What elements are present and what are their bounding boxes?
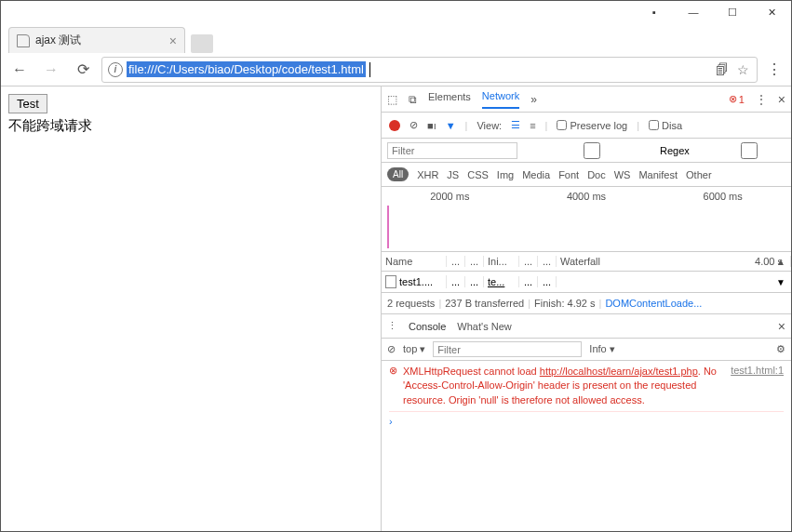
- browser-tab[interactable]: ajax 测试 ×: [8, 27, 185, 53]
- filter-css[interactable]: CSS: [467, 169, 489, 180]
- tab-title: ajax 测试: [35, 33, 164, 48]
- error-icon: ⊗: [389, 365, 397, 407]
- new-tab-button[interactable]: [191, 34, 213, 53]
- timeline-marker: [387, 206, 389, 248]
- request-name: test1....: [382, 275, 447, 288]
- more-tabs-icon[interactable]: »: [530, 93, 537, 106]
- tab-network[interactable]: Network: [482, 90, 519, 109]
- network-filter-input[interactable]: [387, 142, 517, 159]
- console-error-message[interactable]: ⊗ XMLHttpRequest cannot load http://loca…: [389, 365, 784, 412]
- network-timeline[interactable]: 2000 ms 4000 ms 6000 ms: [382, 187, 791, 252]
- devtools-menu-icon[interactable]: ⋮: [756, 93, 767, 106]
- status-requests: 2 requests: [387, 298, 435, 309]
- preserve-log-checkbox[interactable]: Preserve log: [557, 120, 627, 131]
- request-initiator: te...: [484, 276, 519, 287]
- tab-strip: ajax 测试 ×: [1, 23, 791, 53]
- network-toolbar: ⊘ ■ı ▼ | View: ☰ ≡ | Preserve log | Disa: [382, 113, 791, 139]
- drawer-menu-icon[interactable]: ⋮: [387, 320, 397, 332]
- page-text: 不能跨域请求: [8, 117, 373, 135]
- drawer-tab-whatsnew[interactable]: What's New: [457, 321, 511, 332]
- tab-close-icon[interactable]: ×: [169, 33, 177, 48]
- tick-3: 6000 ms: [704, 191, 743, 202]
- record-button[interactable]: [389, 120, 400, 131]
- url-text: file:///C:/Users/biao/Desktop/code/test1…: [127, 61, 366, 77]
- scroll-down-icon[interactable]: ▼: [776, 277, 785, 287]
- back-button[interactable]: ←: [7, 57, 33, 83]
- col-dots[interactable]: ...: [538, 256, 557, 267]
- site-info-icon[interactable]: i: [108, 62, 123, 77]
- col-dots[interactable]: ...: [465, 256, 484, 267]
- page-icon: [17, 34, 30, 47]
- error-source-link[interactable]: test1.html:1: [731, 365, 784, 407]
- drawer-tab-console[interactable]: Console: [409, 321, 446, 332]
- filter-js[interactable]: JS: [447, 169, 459, 180]
- filter-media[interactable]: Media: [522, 169, 550, 180]
- devtools-tabs: ⬚ ⧉ Elements Network » 1 ⋮ ×: [382, 86, 791, 113]
- network-table-header: Name ... ... Ini... ... ... Waterfall 4.…: [382, 251, 791, 272]
- filter-all[interactable]: All: [387, 167, 409, 181]
- error-text: XMLHttpRequest cannot load http://localh…: [403, 365, 725, 407]
- scroll-up-icon[interactable]: ▲: [776, 257, 785, 267]
- user-icon[interactable]: ▪: [635, 1, 674, 23]
- filter-img[interactable]: Img: [497, 169, 514, 180]
- view-detail-icon[interactable]: ≡: [530, 120, 535, 131]
- filter-ws[interactable]: WS: [614, 169, 631, 180]
- filter-doc[interactable]: Doc: [587, 169, 606, 180]
- drawer-close-icon[interactable]: ×: [778, 319, 785, 334]
- reload-button[interactable]: ⟳: [70, 57, 96, 83]
- filter-font[interactable]: Font: [558, 169, 579, 180]
- tick-1: 2000 ms: [430, 191, 469, 202]
- col-dots[interactable]: ...: [447, 256, 465, 267]
- col-initiator[interactable]: Ini...: [484, 256, 519, 267]
- hide-data-urls-checkbox[interactable]: Hide data URLs: [699, 140, 791, 162]
- filter-manifest[interactable]: Manifest: [638, 169, 678, 180]
- browser-window: ▪ — ☐ ✕ ajax 测试 × ← → ⟳ i file:///C:/Use…: [0, 0, 792, 532]
- context-selector[interactable]: top ▾: [403, 343, 425, 355]
- inspect-icon[interactable]: ⬚: [387, 93, 397, 106]
- content-area: Test 不能跨域请求 ⬚ ⧉ Elements Network » 1 ⋮ ×…: [1, 86, 791, 531]
- bookmark-icon[interactable]: ☆: [734, 62, 751, 77]
- maximize-button[interactable]: ☐: [713, 1, 752, 23]
- nav-toolbar: ← → ⟳ i file:///C:/Users/biao/Desktop/co…: [1, 53, 791, 86]
- tick-2: 4000 ms: [567, 191, 606, 202]
- console-prompt[interactable]: ›: [389, 416, 784, 427]
- network-request-row[interactable]: test1.... ... ... te... ... ... ▼: [382, 272, 791, 292]
- drawer-tabs: ⋮ Console What's New ×: [382, 314, 791, 339]
- network-status-bar: 2 requests| 237 B transferred| Finish: 4…: [382, 292, 791, 314]
- col-name[interactable]: Name: [382, 256, 447, 267]
- devtools-close-icon[interactable]: ×: [778, 92, 785, 107]
- view-list-icon[interactable]: ☰: [511, 119, 520, 131]
- view-label: View:: [477, 120, 502, 131]
- test-button[interactable]: Test: [8, 94, 47, 113]
- tab-elements[interactable]: Elements: [428, 91, 471, 108]
- console-filter-input[interactable]: [433, 341, 582, 357]
- status-dcl: DOMContentLoade...: [605, 298, 702, 309]
- col-waterfall[interactable]: Waterfall 4.00 s: [557, 256, 791, 267]
- device-toggle-icon[interactable]: ⧉: [409, 93, 417, 106]
- filter-xhr[interactable]: XHR: [417, 169, 438, 180]
- log-level-selector[interactable]: Info ▾: [589, 343, 614, 355]
- network-filter-row: Regex Hide data URLs: [382, 139, 791, 163]
- status-transferred: 237 B transferred: [445, 298, 524, 309]
- translate-icon[interactable]: 🗐: [714, 62, 731, 77]
- clear-icon[interactable]: ⊘: [409, 119, 418, 131]
- col-dots[interactable]: ...: [519, 256, 538, 267]
- forward-button: →: [38, 57, 64, 83]
- page-body: Test 不能跨域请求: [1, 86, 381, 531]
- filter-icon[interactable]: ▼: [446, 120, 456, 131]
- capture-icon[interactable]: ■ı: [427, 120, 436, 131]
- window-close-button[interactable]: ✕: [752, 1, 791, 23]
- filter-other[interactable]: Other: [686, 169, 712, 180]
- console-toolbar: ⊘ top ▾ Info ▾ ⚙: [382, 339, 791, 361]
- minimize-button[interactable]: —: [674, 1, 713, 23]
- address-bar[interactable]: i file:///C:/Users/biao/Desktop/code/tes…: [101, 57, 758, 83]
- console-settings-icon[interactable]: ⚙: [776, 343, 785, 355]
- text-cursor: [369, 62, 370, 77]
- regex-checkbox[interactable]: Regex: [527, 142, 690, 159]
- window-titlebar: ▪ — ☐ ✕: [1, 1, 791, 23]
- console-body: ⊗ XMLHttpRequest cannot load http://loca…: [382, 361, 791, 531]
- chrome-menu-button[interactable]: ⋮: [763, 60, 785, 78]
- error-badge[interactable]: 1: [729, 93, 745, 105]
- clear-console-icon[interactable]: ⊘: [387, 343, 396, 355]
- disable-cache-checkbox[interactable]: Disa: [649, 120, 682, 131]
